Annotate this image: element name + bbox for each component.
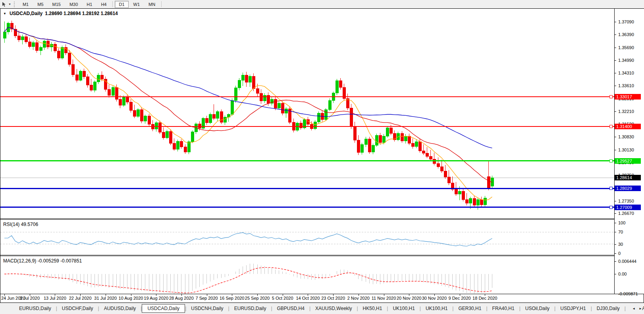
price-axis-tick <box>615 34 616 35</box>
tab-uk100-h1[interactable]: UK100,H1 <box>388 304 419 312</box>
tab-usdjpy-h1[interactable]: USDJPY,H1 <box>555 304 590 312</box>
date-axis-label: 7 Sep 2020 <box>195 296 218 301</box>
price-axis-label: 1.34310 <box>618 71 634 75</box>
chart-title: ▼ USDCAD,Daily 1.28690 1.28694 1.28192 1… <box>3 11 118 16</box>
date-axis-label: 14 Oct 2020 <box>296 296 320 301</box>
tab-eurusd-daily[interactable]: EURUSD,Daily <box>14 304 56 312</box>
level-endpoint-marker[interactable] <box>609 159 612 162</box>
level-endpoint-marker[interactable] <box>609 125 612 128</box>
date-axis-label: 19 Aug 2020 <box>144 296 168 301</box>
price-axis-label: 1.27350 <box>618 199 634 203</box>
toolbar-separator <box>161 1 162 7</box>
timeframe-button-m15[interactable]: M15 <box>48 1 65 8</box>
chart-window: ▼ USDCAD,Daily 1.28690 1.28694 1.28192 1… <box>0 8 644 303</box>
chart-dropdown-icon[interactable]: ▼ <box>3 12 6 15</box>
tab-ger30-h1[interactable]: GER30,H1 <box>453 304 486 312</box>
tab-eurusd-daily[interactable]: EURUSD,Daily <box>229 304 271 312</box>
price-axis[interactable]: 1.370901.363901.356901.349901.343101.336… <box>614 9 644 294</box>
top-toolbar: ▼ M1M5M15M30H1H4D1W1MN <box>0 0 644 8</box>
level-endpoint-marker[interactable] <box>609 95 612 98</box>
price-axis-tick <box>615 22 616 22</box>
cursor-tool-caret-icon[interactable]: ▼ <box>8 3 11 6</box>
tab-audusd-daily[interactable]: AUDUSD,Daily <box>99 304 141 312</box>
timeframe-button-m1[interactable]: M1 <box>19 1 33 8</box>
price-axis-tick <box>615 60 616 61</box>
level-endpoint-marker[interactable] <box>609 206 612 209</box>
rsi-axis-label: 70 <box>618 230 623 234</box>
date-axis-label: 13 Jul 2020 <box>44 296 66 301</box>
date-axis[interactable]: 24 Jun 20203 Jul 202013 Jul 202022 Jul 2… <box>0 294 614 303</box>
macd-axis-tick <box>615 294 616 294</box>
tab-usdcad-daily[interactable]: USDCAD,Daily <box>142 304 185 313</box>
macd-axis-tick <box>615 261 616 262</box>
tab-scroll-left-icon[interactable]: ◄ <box>632 307 635 310</box>
tab-dj30-daily[interactable]: DJ30,Daily <box>592 304 625 312</box>
rsi-axis-label: 0 <box>618 251 621 256</box>
rsi-axis-tick <box>615 253 616 254</box>
price-axis-label: 1.26670 <box>618 211 634 216</box>
tab-gbpusd-h4[interactable]: GBPUSD,H4 <box>272 304 309 312</box>
toolbar-drag-handle <box>14 2 15 7</box>
chart-tab-bar: EURUSD,Daily|USDCHF,Daily|AUDUSD,Daily|U… <box>0 303 644 314</box>
date-axis-label: 3 Jul 2020 <box>19 296 40 301</box>
date-axis-label: 22 Jul 2020 <box>69 296 92 301</box>
fast-ma-line <box>4 27 492 200</box>
date-axis-label: 11 Nov 2020 <box>372 296 396 301</box>
tab-fra40-h1[interactable]: FRA40,H1 <box>488 304 519 312</box>
date-axis-label: 23 Oct 2020 <box>321 296 345 301</box>
macd-axis-label: 0.00 <box>618 272 627 276</box>
level-endpoint-marker[interactable] <box>609 187 612 190</box>
level-price-label-1.33017[interactable]: 1.33017 <box>615 94 641 100</box>
tab-usdcnh-daily[interactable]: USDCNH,Daily <box>186 304 228 312</box>
rsi-axis-tick <box>615 232 616 232</box>
chart-ohlc-values: 1.28690 1.28694 1.28192 1.28614 <box>45 11 118 16</box>
price-axis-label: 1.32210 <box>618 109 634 114</box>
tab-usdchf-daily[interactable]: USDCHF,Daily <box>57 304 98 312</box>
rsi-pane-plot[interactable] <box>0 220 614 255</box>
macd-pane-plot[interactable] <box>0 256 614 294</box>
current-price-label: 1.28614 <box>615 175 641 180</box>
price-axis-label: 1.30130 <box>618 147 634 152</box>
price-axis-tick <box>615 201 616 201</box>
macd-axis-tick <box>615 274 616 274</box>
date-axis-label: 2 Nov 2020 <box>347 296 370 301</box>
macd-indicator-label: MACD(12,26,9) -0.005259 -0.007851 <box>3 258 82 264</box>
level-price-label-1.27009[interactable]: 1.27009 <box>615 205 641 210</box>
timeframe-button-m5[interactable]: M5 <box>33 1 47 8</box>
date-axis-label: 18 Dec 2020 <box>472 296 497 301</box>
timeframe-button-h4[interactable]: H4 <box>97 1 110 8</box>
rsi-axis-label: 100 <box>618 220 625 225</box>
tab-usoil-daily[interactable]: USOil,Daily <box>521 304 554 312</box>
tab-hk50-h1[interactable]: HK50,H1 <box>358 304 387 312</box>
tab-uk100-h1[interactable]: UK100,H1 <box>421 304 452 312</box>
cursor-tool-button[interactable]: ▼ <box>1 2 11 7</box>
tab-scroll-right-icon[interactable]: ► <box>639 307 642 310</box>
pane-separator[interactable] <box>0 255 644 255</box>
level-price-label-1.28029[interactable]: 1.28029 <box>615 186 641 191</box>
timeframe-button-m30[interactable]: M30 <box>66 1 82 8</box>
date-axis-label: 25 Sep 2020 <box>245 296 270 301</box>
macd-histogram <box>4 264 492 294</box>
date-axis-label: 28 Aug 2020 <box>169 296 194 301</box>
level-price-label-1.29527[interactable]: 1.29527 <box>615 158 641 164</box>
timeframe-button-h1[interactable]: H1 <box>83 1 96 8</box>
price-axis-tick <box>615 150 616 150</box>
date-axis-label: 31 Jul 2020 <box>94 296 117 301</box>
price-axis-tick <box>615 73 616 73</box>
pane-separator[interactable] <box>0 218 644 219</box>
macd-axis-label: -0.009871 <box>618 291 638 296</box>
rsi-axis-tick <box>615 244 616 245</box>
tab-xauusd-weekly[interactable]: XAUUSD,Weekly <box>310 304 357 312</box>
mid-ma-line <box>4 27 492 182</box>
price-axis-tick <box>615 213 616 214</box>
macd-axis-label: 0.006444 <box>618 259 636 264</box>
macd-signal-line <box>4 268 492 293</box>
price-axis-tick <box>615 86 616 86</box>
rsi-axis-label: 30 <box>618 242 623 247</box>
timeframe-button-d1[interactable]: D1 <box>115 1 128 8</box>
chart-symbol-period: USDCAD,Daily <box>10 11 42 16</box>
timeframe-button-mn[interactable]: MN <box>145 1 159 8</box>
level-price-label-1.31400[interactable]: 1.31400 <box>615 124 641 129</box>
timeframe-button-w1[interactable]: W1 <box>129 1 144 8</box>
price-pane-plot[interactable] <box>0 9 614 218</box>
